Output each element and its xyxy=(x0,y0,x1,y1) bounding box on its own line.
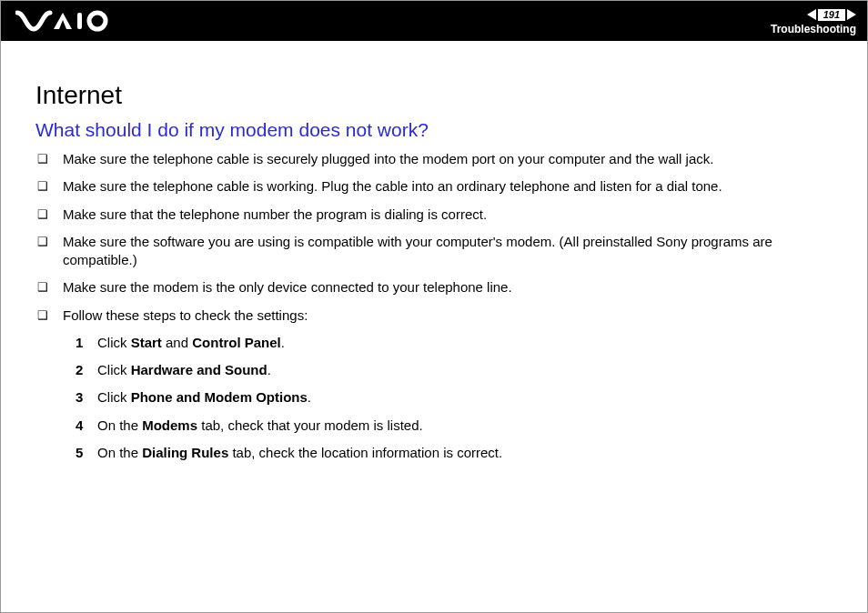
step-number: 2 xyxy=(76,361,97,379)
step-text: On the Modems tab, check that your modem… xyxy=(97,417,840,435)
svg-point-1 xyxy=(89,13,106,29)
header-bar: 191 Troubleshooting xyxy=(1,1,867,41)
prev-page-arrow-icon[interactable] xyxy=(807,9,816,20)
next-page-arrow-icon[interactable] xyxy=(847,9,856,20)
manual-page: 191 Troubleshooting Internet What should… xyxy=(0,0,868,613)
step-item: 5 On the Dialing Rules tab, check the lo… xyxy=(76,444,840,462)
bullet-icon: ❑ xyxy=(35,206,63,224)
page-number: 191 xyxy=(818,9,845,21)
question-heading: What should I do if my modem does not wo… xyxy=(35,119,840,141)
bullet-icon: ❑ xyxy=(35,278,63,296)
step-text: Click Phone and Modem Options. xyxy=(97,388,840,407)
step-number: 4 xyxy=(76,417,97,435)
bullet-text: Follow these steps to check the settings… xyxy=(63,306,840,325)
step-text: On the Dialing Rules tab, check the loca… xyxy=(97,444,840,462)
step-text: Click Start and Control Panel. xyxy=(97,334,840,352)
bullet-icon: ❑ xyxy=(35,233,63,251)
list-item: ❑ Make sure the telephone cable is secur… xyxy=(35,150,840,168)
bullet-icon: ❑ xyxy=(35,177,63,196)
vaio-logo xyxy=(15,1,116,41)
step-text: Click Hardware and Sound. xyxy=(97,361,840,379)
step-item: 1 Click Start and Control Panel. xyxy=(76,334,840,352)
list-item: ❑ Make sure that the telephone number th… xyxy=(35,206,840,224)
section-label: Troubleshooting xyxy=(771,23,856,35)
bullet-text: Make sure the modem is the only device c… xyxy=(63,278,840,296)
header-right: 191 Troubleshooting xyxy=(771,9,856,35)
list-item: ❑ Make sure the software you are using i… xyxy=(35,233,840,270)
svg-rect-0 xyxy=(77,13,82,29)
bullet-text: Make sure that the telephone number the … xyxy=(63,206,840,224)
step-number: 1 xyxy=(76,334,97,352)
section-title: Internet xyxy=(35,81,840,110)
step-number: 5 xyxy=(76,444,97,462)
bullet-icon: ❑ xyxy=(35,306,63,325)
bullet-icon: ❑ xyxy=(35,150,63,168)
list-item: ❑ Make sure the telephone cable is worki… xyxy=(35,177,840,196)
page-nav: 191 xyxy=(807,9,856,21)
step-item: 4 On the Modems tab, check that your mod… xyxy=(76,417,840,435)
step-list: 1 Click Start and Control Panel. 2 Click… xyxy=(76,334,840,462)
step-item: 2 Click Hardware and Sound. xyxy=(76,361,840,379)
bullet-text: Make sure the telephone cable is securel… xyxy=(63,150,840,168)
bullet-list: ❑ Make sure the telephone cable is secur… xyxy=(35,150,840,325)
step-item: 3 Click Phone and Modem Options. xyxy=(76,388,840,407)
list-item: ❑ Make sure the modem is the only device… xyxy=(35,278,840,296)
step-number: 3 xyxy=(76,388,97,407)
list-item: ❑ Follow these steps to check the settin… xyxy=(35,306,840,325)
page-content: Internet What should I do if my modem do… xyxy=(1,41,867,480)
bullet-text: Make sure the telephone cable is working… xyxy=(63,177,840,196)
bullet-text: Make sure the software you are using is … xyxy=(63,233,840,270)
